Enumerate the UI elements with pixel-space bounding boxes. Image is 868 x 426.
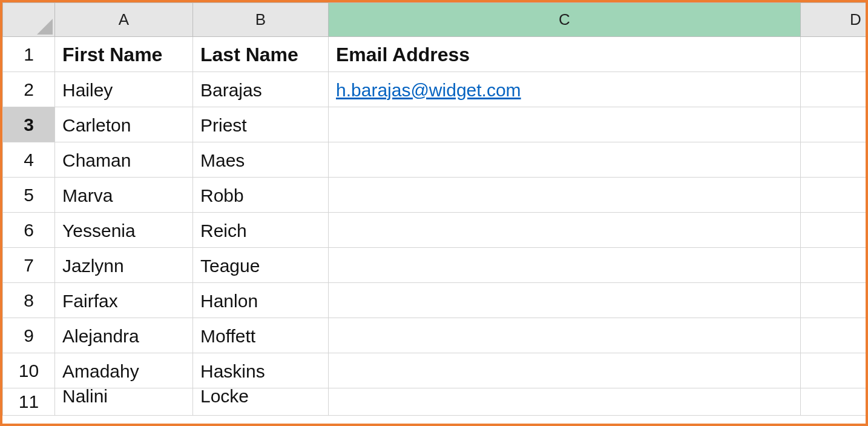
row-7: 7 Jazlynn Teague xyxy=(3,248,869,283)
cell-d9[interactable] xyxy=(801,318,869,353)
row-5: 5 Marva Robb xyxy=(3,178,869,213)
cell-d7[interactable] xyxy=(801,248,869,283)
row-header-9[interactable]: 9 xyxy=(3,318,55,353)
cell-a6[interactable]: Yessenia xyxy=(55,213,193,248)
cell-text: Moffett xyxy=(193,322,328,349)
cell-text: Robb xyxy=(193,182,328,208)
cell-c5[interactable] xyxy=(329,178,801,213)
cell-c9[interactable] xyxy=(329,318,801,353)
cell-text: Marva xyxy=(55,182,192,208)
col-header-c[interactable]: C xyxy=(329,3,801,37)
cell-text xyxy=(329,368,800,374)
cell-a7[interactable]: Jazlynn xyxy=(55,248,193,283)
row-8: 8 Fairfax Hanlon xyxy=(3,283,869,318)
cell-text: Yessenia xyxy=(55,217,192,244)
cell-text xyxy=(329,157,800,163)
cell-text: Haskins xyxy=(193,358,328,384)
cell-c4[interactable] xyxy=(329,142,801,178)
cell-b6[interactable]: Reich xyxy=(193,213,329,248)
cell-d4[interactable] xyxy=(801,142,869,178)
cell-c3[interactable] xyxy=(329,107,801,142)
cell-text xyxy=(329,298,800,304)
cell-d11[interactable] xyxy=(801,388,869,416)
row-header-6[interactable]: 6 xyxy=(3,213,55,248)
cell-text xyxy=(329,122,800,128)
col-header-b[interactable]: B xyxy=(193,3,329,37)
cell-text: Jazlynn xyxy=(55,252,192,279)
cell-c10[interactable] xyxy=(329,353,801,388)
row-header-8[interactable]: 8 xyxy=(3,283,55,318)
cell-text xyxy=(329,393,800,399)
cell-text: Teague xyxy=(193,252,328,279)
cell-text: Hanlon xyxy=(193,287,328,314)
row-header-7[interactable]: 7 xyxy=(3,248,55,283)
cell-a4[interactable]: Chaman xyxy=(55,142,193,178)
cell-d10[interactable] xyxy=(801,353,869,388)
cell-a3[interactable]: Carleton xyxy=(55,107,193,142)
cell-text: Alejandra xyxy=(55,322,192,349)
col-header-d[interactable]: D xyxy=(801,3,869,37)
cell-b3[interactable]: Priest xyxy=(193,107,329,142)
row-header-2[interactable]: 2 xyxy=(3,72,55,107)
cell-text: First Name xyxy=(55,40,192,68)
select-all-corner[interactable] xyxy=(3,3,55,37)
spreadsheet-grid[interactable]: A B C D 1 First Name Last Name Email Add… xyxy=(2,2,868,416)
cell-c2[interactable]: h.barajas@widget.com xyxy=(329,72,801,107)
spreadsheet-frame: A B C D 1 First Name Last Name Email Add… xyxy=(0,0,868,426)
cell-a2[interactable]: Hailey xyxy=(55,72,193,107)
cell-text: Priest xyxy=(193,111,328,138)
cell-text: Hailey xyxy=(55,76,192,103)
cell-a9[interactable]: Alejandra xyxy=(55,318,193,353)
col-header-a[interactable]: A xyxy=(55,3,193,37)
cell-a5[interactable]: Marva xyxy=(55,178,193,213)
cell-b11[interactable]: Locke xyxy=(193,388,329,416)
cell-b2[interactable]: Barajas xyxy=(193,72,329,107)
row-1: 1 First Name Last Name Email Address xyxy=(3,37,869,72)
cell-d6[interactable] xyxy=(801,213,869,248)
cell-text: Amadahy xyxy=(55,358,192,384)
cell-d5[interactable] xyxy=(801,178,869,213)
cell-text: Reich xyxy=(193,217,328,244)
cell-b5[interactable]: Robb xyxy=(193,178,329,213)
cell-a10[interactable]: Amadahy xyxy=(55,353,193,388)
cell-text: Barajas xyxy=(193,76,328,103)
row-header-1[interactable]: 1 xyxy=(3,37,55,72)
cell-text: Email Address xyxy=(329,40,800,68)
cell-b7[interactable]: Teague xyxy=(193,248,329,283)
cell-text: Carleton xyxy=(55,111,192,138)
cell-c7[interactable] xyxy=(329,248,801,283)
cell-b4[interactable]: Maes xyxy=(193,142,329,178)
row-header-3[interactable]: 3 xyxy=(3,107,55,142)
cell-text xyxy=(329,227,800,233)
row-header-5[interactable]: 5 xyxy=(3,178,55,213)
cell-a11[interactable]: Nalini xyxy=(55,388,193,416)
row-header-11[interactable]: 11 xyxy=(3,388,55,416)
cell-c11[interactable] xyxy=(329,388,801,416)
cell-text: Last Name xyxy=(193,40,328,68)
cell-c8[interactable] xyxy=(329,283,801,318)
cell-c1[interactable]: Email Address xyxy=(329,37,801,72)
column-header-row: A B C D xyxy=(3,3,869,37)
email-link[interactable]: h.barajas@widget.com xyxy=(336,80,521,100)
cell-d1[interactable] xyxy=(801,37,869,72)
cell-d2[interactable] xyxy=(801,72,869,107)
cell-a1[interactable]: First Name xyxy=(55,37,193,72)
cell-d8[interactable] xyxy=(801,283,869,318)
svg-marker-0 xyxy=(37,19,53,35)
cell-b9[interactable]: Moffett xyxy=(193,318,329,353)
row-11: 11 Nalini Locke xyxy=(3,388,869,416)
cell-text xyxy=(329,262,800,268)
cell-text: Chaman xyxy=(55,147,192,173)
row-header-4[interactable]: 4 xyxy=(3,142,55,178)
cell-b10[interactable]: Haskins xyxy=(193,353,329,388)
cell-b8[interactable]: Hanlon xyxy=(193,283,329,318)
cell-b1[interactable]: Last Name xyxy=(193,37,329,72)
cell-text: Fairfax xyxy=(55,287,192,314)
row-4: 4 Chaman Maes xyxy=(3,142,869,178)
cell-a8[interactable]: Fairfax xyxy=(55,283,193,318)
cell-c6[interactable] xyxy=(329,213,801,248)
row-header-10[interactable]: 10 xyxy=(3,353,55,388)
cell-d3[interactable] xyxy=(801,107,869,142)
cell-text xyxy=(329,333,800,339)
cell-text: h.barajas@widget.com xyxy=(329,76,800,103)
